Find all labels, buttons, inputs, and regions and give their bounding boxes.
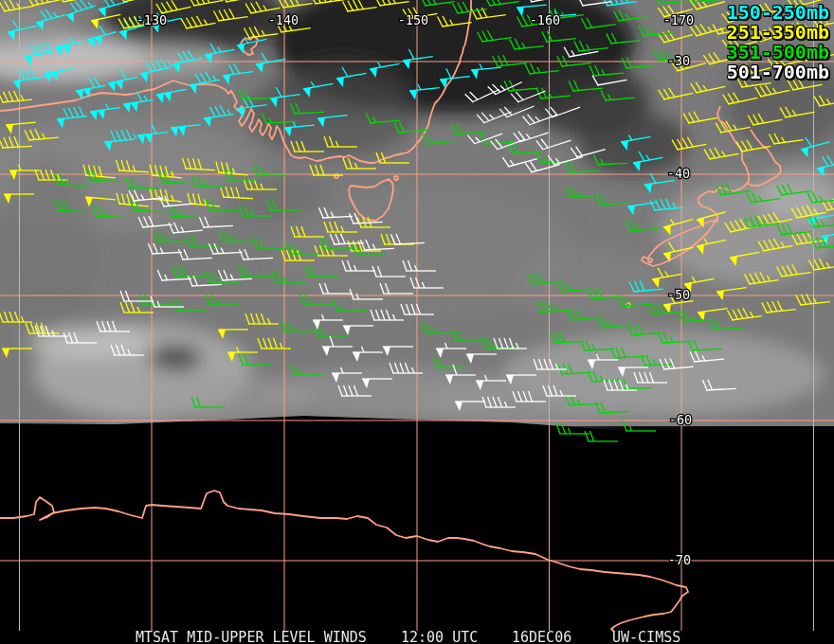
product-source: UW-CIMSS xyxy=(612,629,680,644)
product-time: 12:00 UTC xyxy=(401,629,478,644)
legend-item-351-500mb: 351-500mb xyxy=(727,43,829,63)
cloud-blob xyxy=(149,345,202,371)
wind-barb xyxy=(585,431,618,441)
latitude-label: -40 xyxy=(667,166,690,181)
longitude-label: -150 xyxy=(398,12,429,27)
latitude-label: -50 xyxy=(667,287,690,302)
product-caption-bar: MTSAT MID-UPPER LEVEL WINDS 12:00 UTC 16… xyxy=(0,629,834,644)
legend-item-501-700mb: 501-700mb xyxy=(727,63,829,82)
latitude-label: -30 xyxy=(667,53,690,68)
latitude-label: -70 xyxy=(668,552,691,567)
longitude-label: -160 xyxy=(530,12,561,27)
longitude-label: -140 xyxy=(268,12,299,27)
weather-map-canvas: -130-140-150-160-170-30-40-50-60-70 xyxy=(0,0,834,644)
pressure-level-legend: 150-250mb 251-350mb 351-500mb 501-700mb xyxy=(727,3,829,82)
latitude-label: -60 xyxy=(669,412,692,427)
longitude-label: -130 xyxy=(136,12,168,27)
product-date: 16DEC06 xyxy=(512,629,571,644)
longitude-label: -170 xyxy=(663,12,695,27)
cloud-blob xyxy=(0,161,95,331)
legend-item-251-350mb: 251-350mb xyxy=(727,23,829,43)
product-title: MTSAT MID-UPPER LEVEL WINDS xyxy=(136,629,367,644)
legend-item-150-250mb: 150-250mb xyxy=(727,3,829,23)
satellite-wind-product: -130-140-150-160-170-30-40-50-60-70 150-… xyxy=(0,0,834,644)
